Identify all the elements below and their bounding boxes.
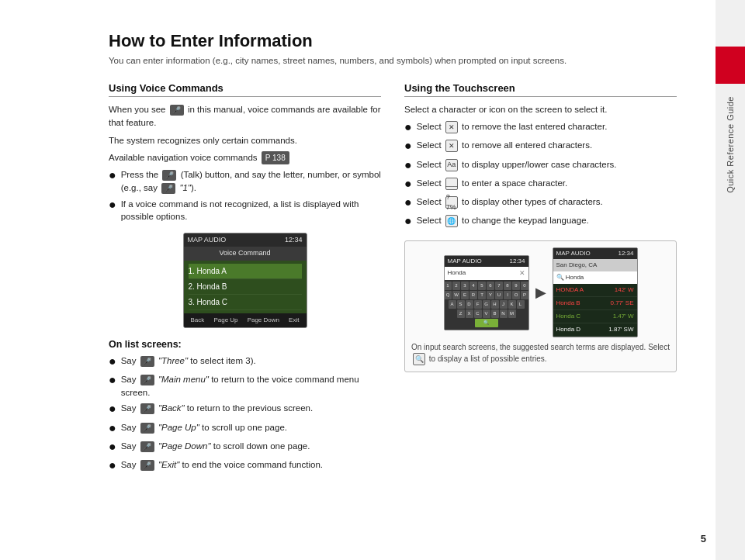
voice-para3: Available navigation voice commands P 13…: [109, 151, 381, 164]
result-dist-3: 1.47' W: [613, 312, 634, 321]
key-row-1: 1 2 3 4 5 6 7 8 9 0: [446, 282, 527, 290]
touch-bullet-2: ● Select ✕ to remove all entered charact…: [404, 139, 677, 154]
key-i[interactable]: I: [504, 291, 511, 299]
key-d[interactable]: D: [466, 300, 473, 309]
list-screens-bullets: ● Say 🎤 "Three" to select item 3). ● Say…: [109, 354, 381, 474]
key-g[interactable]: G: [483, 300, 490, 309]
result-item-3[interactable]: Honda C 1.47' W: [553, 310, 637, 323]
touch-bullet-6: ● Select 🌐 to change the keypad language…: [404, 214, 677, 230]
icon-case: Aa: [445, 159, 458, 171]
key-5[interactable]: 5: [478, 282, 486, 290]
key-j[interactable]: J: [500, 300, 508, 309]
key-p[interactable]: P: [521, 291, 528, 299]
red-block: [716, 47, 745, 84]
key-w[interactable]: W: [452, 291, 460, 299]
screen-list-item-2: 2. Honda B: [189, 279, 302, 295]
icon-language: 🌐: [445, 215, 458, 227]
mini-keyboard: 1 2 3 4 5 6 7 8 9 0: [445, 280, 528, 330]
mini-screen2-header: MAP AUDIO 12:34: [553, 248, 637, 259]
result-item-4[interactable]: Honda D 1.87' SW: [553, 323, 637, 337]
mini-s2-city: San Diego, CA: [556, 261, 598, 270]
result-dist-4: 1.87' SW: [608, 325, 633, 334]
result-dist-1: 142' W: [615, 285, 634, 295]
touchscreen-title: Using the Touchscreen: [404, 82, 677, 97]
key-c[interactable]: C: [474, 309, 482, 318]
icon-symbols: ?7%: [445, 196, 458, 209]
mini-screen2-input: 🔍 Honda: [553, 271, 637, 284]
key-search[interactable]: 🔍: [475, 319, 498, 327]
key-0[interactable]: 0: [521, 282, 528, 290]
key-2[interactable]: 2: [452, 282, 460, 290]
touchscreen-intro: Select a character or icon on the screen…: [404, 103, 677, 116]
key-q[interactable]: Q: [444, 291, 452, 299]
bullet-dot-t4: ●: [404, 175, 412, 192]
key-4[interactable]: 4: [470, 282, 477, 290]
screenshots-container: MAP AUDIO 12:34 Honda ✕ 1: [404, 240, 677, 372]
key-n[interactable]: N: [500, 309, 508, 318]
mini-results: HONDA A 142' W Honda B 0.77' SE Honda C: [553, 284, 637, 337]
bullet-dot-t2: ●: [404, 137, 412, 154]
key-s[interactable]: S: [457, 300, 465, 309]
voice-icon-l2: 🎤: [140, 375, 154, 385]
bullet-dot-l3: ●: [109, 399, 116, 417]
footer-exit: Exit: [289, 316, 299, 325]
key-row-5: 🔍: [446, 319, 527, 327]
mini-s1-left: MAP AUDIO: [448, 257, 482, 266]
mini-s1-clear[interactable]: ✕: [519, 268, 525, 279]
key-m[interactable]: M: [508, 309, 516, 318]
voice-icon-l6: 🎤: [140, 460, 154, 471]
bullet-dot-l2: ●: [109, 371, 116, 389]
mini-screen-1: MAP AUDIO 12:34 Honda ✕ 1: [444, 255, 529, 331]
screen-list-item-3: 3. Honda C: [189, 295, 302, 310]
screen-list-item-1: 1. Honda A: [189, 264, 302, 279]
mini-screen1-input: Honda ✕: [445, 267, 528, 281]
screen-title-bar: Voice Command: [184, 247, 307, 261]
key-z[interactable]: Z: [457, 309, 465, 318]
key-row-2: Q W E R T Y U I O P: [446, 291, 527, 299]
voice-para1: When you see 🎤 in this manual, voice com…: [109, 103, 381, 130]
result-item-2[interactable]: Honda B 0.77' SE: [553, 297, 637, 310]
key-u[interactable]: U: [495, 291, 503, 299]
result-item-1[interactable]: HONDA A 142' W: [553, 284, 637, 297]
key-row-3: A S D F G H J K L: [446, 300, 527, 309]
bullet-dot-l6: ●: [109, 456, 116, 474]
key-b[interactable]: B: [491, 309, 499, 318]
key-3[interactable]: 3: [461, 282, 469, 290]
key-8[interactable]: 8: [504, 282, 511, 290]
key-h[interactable]: H: [491, 300, 499, 309]
list-bullet-1: ● Say 🎤 "Three" to select item 3).: [109, 354, 381, 370]
key-l[interactable]: L: [517, 300, 525, 309]
list-screens-title: On list screens:: [109, 339, 381, 350]
voice-commands-body: When you see 🎤 in this manual, voice com…: [109, 103, 381, 328]
key-v[interactable]: V: [483, 309, 490, 318]
key-y[interactable]: Y: [487, 291, 494, 299]
key-1[interactable]: 1: [444, 282, 452, 290]
voice-icon-l1: 🎤: [140, 356, 154, 367]
footer-back: Back: [191, 316, 205, 325]
voice-bullet-list: ● Press the 🎤 (Talk) button, and say the…: [109, 168, 381, 223]
key-r[interactable]: R: [470, 291, 477, 299]
key-k[interactable]: K: [508, 300, 516, 309]
touch-bullet-5: ● Select ?7% to display other types of c…: [404, 195, 677, 211]
icon-clear-all: ✕: [445, 140, 458, 152]
key-a[interactable]: A: [449, 300, 456, 309]
key-f[interactable]: F: [474, 300, 482, 309]
mini-screen1-header: MAP AUDIO 12:34: [445, 256, 528, 267]
key-e[interactable]: E: [461, 291, 469, 299]
screen-footer: Back Page Up Page Down Exit: [184, 313, 307, 327]
key-t[interactable]: T: [478, 291, 486, 299]
key-o[interactable]: O: [512, 291, 520, 299]
voice-icon-l4: 🎤: [140, 423, 154, 434]
list-bullet-4: ● Say 🎤 "Page Up" to scroll up one page.: [109, 421, 381, 437]
result-name-4: Honda D: [556, 325, 581, 334]
voice-para2: The system recognizes only certain comma…: [109, 134, 381, 147]
icon-search-caption: 🔍: [413, 353, 425, 365]
key-x[interactable]: X: [466, 309, 473, 318]
key-9[interactable]: 9: [512, 282, 520, 290]
key-7[interactable]: 7: [495, 282, 503, 290]
touch-bullet-4: ● Select ___ to enter a space character.: [404, 177, 677, 192]
talk-icon: 🎤: [162, 170, 176, 181]
left-column: Using Voice Commands When you see 🎤 in t…: [109, 82, 381, 477]
page-number: 5: [701, 533, 706, 544]
key-6[interactable]: 6: [487, 282, 494, 290]
